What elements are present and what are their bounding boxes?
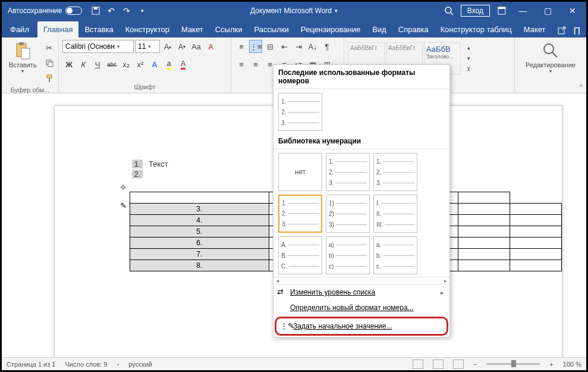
tab-home[interactable]: Главная — [37, 21, 78, 37]
tab-references[interactable]: Ссылки — [209, 21, 249, 37]
strike-button[interactable]: abc — [105, 58, 118, 71]
collapse-ribbon-icon[interactable]: ^ — [580, 83, 583, 90]
tab-view[interactable]: Вид — [366, 21, 392, 37]
popup-scrollbar[interactable]: ◂▸ — [273, 277, 449, 284]
numbering-none[interactable]: нет — [278, 153, 322, 191]
numbering-option[interactable]: a)b)c) — [326, 236, 370, 274]
styles-more-icon[interactable]: ⊻ — [462, 64, 475, 74]
close-button[interactable]: ✕ — [564, 6, 581, 15]
zoom-in-icon[interactable]: + — [549, 361, 553, 368]
autosave-toggle[interactable]: Автосохранение — [8, 7, 82, 15]
tab-table-design[interactable]: Конструктор таблиц — [435, 21, 518, 37]
print-layout-icon[interactable] — [433, 360, 444, 369]
format-painter-icon[interactable] — [43, 72, 56, 85]
clear-format-icon[interactable]: A̷ — [204, 40, 217, 53]
align-left-icon[interactable]: ≡ — [235, 58, 248, 71]
styles-down-icon[interactable]: ▾ — [462, 53, 475, 64]
tab-design[interactable]: Конструктор — [120, 21, 175, 37]
maximize-button[interactable]: ▢ — [539, 6, 556, 15]
text-effects-icon[interactable]: A — [148, 58, 161, 71]
shrink-font-icon[interactable]: A▾ — [175, 40, 188, 53]
tab-review[interactable]: Рецензирование — [295, 21, 366, 37]
numbering-option[interactable]: 1)2)3) — [326, 195, 370, 233]
numbering-option[interactable]: 1.2.3. — [373, 153, 417, 191]
font-color-icon[interactable]: A — [177, 58, 190, 71]
italic-button[interactable]: К — [77, 58, 90, 71]
define-new-format[interactable]: Определить новый формат номера... — [273, 300, 449, 315]
font-size-combo[interactable]: 11▾ — [135, 40, 160, 53]
underline-button[interactable]: Ч — [91, 58, 104, 71]
read-mode-icon[interactable] — [413, 360, 423, 369]
change-case-icon[interactable]: Aa — [190, 40, 203, 53]
numbering-option[interactable]: A.B.C. — [278, 236, 322, 274]
chevron-down-icon: ▾ — [549, 68, 552, 74]
bold-button[interactable]: Ж — [62, 58, 76, 71]
superscript-button[interactable]: x² — [134, 58, 147, 71]
decrease-indent-icon[interactable]: ⇤ — [278, 40, 291, 53]
numbering-option[interactable]: 1. 2. 3. — [278, 93, 322, 131]
align-center-icon[interactable]: ≡ — [249, 58, 262, 71]
list-item[interactable]: 1.Текст — [132, 160, 168, 168]
svg-rect-8 — [19, 42, 24, 45]
language-indicator[interactable]: русский — [128, 361, 152, 368]
title-text: Документ Microsoft Word — [250, 7, 332, 15]
ribbon-options-icon[interactable] — [497, 6, 507, 15]
tab-layout[interactable]: Макет — [175, 21, 209, 37]
qat-dropdown-icon[interactable]: ▾ — [137, 6, 147, 15]
zoom-level[interactable]: 100 % — [563, 361, 581, 368]
save-icon[interactable] — [91, 6, 100, 15]
numbering-icon[interactable]: ⋮≡ — [249, 40, 262, 53]
indent-icon: ⇄ — [277, 287, 287, 297]
set-numbering-value[interactable]: ⋮✎ Задать начальное значение... — [275, 317, 448, 336]
bullets-icon[interactable]: ≡ — [235, 40, 248, 53]
signin-button[interactable]: Вход — [461, 5, 490, 17]
cut-icon[interactable]: ✂ — [43, 41, 56, 54]
page-indicator[interactable]: Страница 1 из 1 — [7, 361, 55, 368]
search-icon[interactable] — [444, 6, 454, 15]
numbering-option[interactable]: 1.2.3. — [326, 153, 370, 191]
minimize-button[interactable]: — — [514, 6, 532, 15]
show-marks-icon[interactable]: ¶ — [320, 40, 334, 53]
tab-file[interactable]: Файл — [2, 21, 37, 37]
zoom-out-icon[interactable]: − — [473, 361, 477, 368]
zoom-slider[interactable] — [486, 363, 540, 365]
numbering-option[interactable]: I.II.III. — [373, 195, 417, 233]
chevron-down-icon: ▾ — [148, 43, 151, 49]
grow-font-icon[interactable]: A▴ — [161, 40, 174, 53]
table-anchor-icon[interactable]: ✥ — [120, 183, 126, 192]
tab-table-layout[interactable]: Макет — [518, 21, 552, 37]
numbering-option[interactable]: a.b.c. — [373, 236, 417, 274]
svg-rect-11 — [48, 62, 53, 67]
tab-insert[interactable]: Вставка — [78, 21, 119, 37]
web-layout-icon[interactable] — [453, 360, 464, 369]
subscript-button[interactable]: x₂ — [120, 58, 133, 71]
tab-mailings[interactable]: Рассылки — [248, 21, 294, 37]
editing-button[interactable]: Редактирование ▾ — [522, 40, 579, 75]
multilevel-icon[interactable]: ⊟ — [263, 40, 276, 53]
styles-up-icon[interactable]: ▴ — [462, 42, 475, 53]
sort-icon[interactable]: A↓ — [306, 40, 319, 53]
pencil-icon[interactable]: ✎ — [120, 201, 127, 210]
chevron-right-icon: ▸ — [441, 289, 444, 296]
editing-label: Редактирование — [526, 61, 576, 68]
paste-button[interactable]: Вставить ▾ — [5, 40, 40, 75]
tab-help[interactable]: Справка — [392, 21, 435, 37]
undo-icon[interactable]: ↶ — [106, 6, 116, 15]
comments-icon[interactable]: П — [574, 26, 581, 37]
list-item[interactable]: 2. — [132, 170, 168, 179]
statusbar: Страница 1 из 1 Число слов: 9 ▫ русский … — [2, 357, 586, 370]
share-icon[interactable] — [557, 26, 569, 37]
redo-icon[interactable]: ↷ — [122, 6, 131, 15]
title-dropdown-icon[interactable]: ▾ — [335, 8, 338, 14]
word-count[interactable]: Число слов: 9 — [65, 361, 107, 368]
change-list-level[interactable]: ⇄ Изменить уровень списка ▸ — [273, 285, 449, 300]
titlebar-right: Вход — ▢ ✕ — [444, 5, 586, 17]
numbering-option[interactable]: 1.2.3. — [278, 195, 322, 233]
font-name-combo[interactable]: Calibri (Основн▾ — [62, 40, 134, 53]
spell-check-icon[interactable]: ▫ — [117, 361, 119, 368]
copy-icon[interactable] — [43, 57, 56, 70]
paste-icon — [13, 41, 32, 60]
library-grid: нет1.2.3.1.2.3.1.2.3.1)2)3)I.II.III.A.B.… — [273, 149, 449, 277]
increase-indent-icon[interactable]: ⇥ — [292, 40, 305, 53]
highlight-icon[interactable]: a — [162, 58, 175, 71]
